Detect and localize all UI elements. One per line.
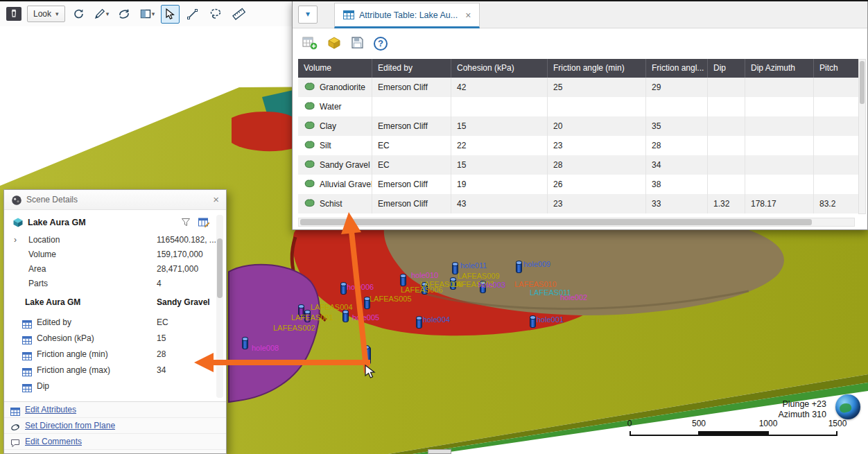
drillhole-marker[interactable] <box>340 283 347 295</box>
drillhole-marker[interactable] <box>530 317 536 328</box>
table-cell[interactable]: Emerson Cliff <box>372 194 451 213</box>
select-tool-button[interactable] <box>161 5 180 24</box>
table-cell[interactable] <box>745 97 814 116</box>
table-cell[interactable] <box>708 136 745 155</box>
tab-attribute-table[interactable]: Attribute Table: Lake Au... × <box>334 3 480 28</box>
column-header[interactable]: Volume <box>298 59 372 78</box>
compass-ball[interactable] <box>835 394 860 419</box>
drillhole-marker[interactable] <box>242 338 248 349</box>
table-cell[interactable] <box>708 116 745 136</box>
volume-cell[interactable]: Silt <box>298 136 372 155</box>
table-cell[interactable]: 178.17 <box>745 194 814 213</box>
attribute-row[interactable]: Friction angle (min)28 <box>4 347 218 363</box>
attribute-row[interactable]: Edited byEC <box>4 315 218 331</box>
table-row[interactable]: Water <box>298 97 860 116</box>
volume-cell[interactable]: Alluvial Gravel <box>298 175 372 194</box>
table-row[interactable]: GranodioriteEmerson Cliff422529 <box>298 78 860 97</box>
table-cell[interactable]: 20 <box>548 116 646 136</box>
volume-cell[interactable]: Schist <box>298 194 372 213</box>
table-cell[interactable]: 26 <box>548 175 646 194</box>
moving-plane-button[interactable] <box>115 5 134 24</box>
table-cell[interactable] <box>745 136 814 155</box>
table-cell[interactable] <box>814 155 860 175</box>
look-dropdown[interactable]: Look ▾ <box>27 6 65 22</box>
drillhole-marker[interactable] <box>363 347 371 365</box>
scrollbar-thumb[interactable] <box>300 219 812 225</box>
save-button[interactable] <box>351 36 364 51</box>
table-cell[interactable] <box>708 97 745 116</box>
draw-plane-button[interactable]: ▾ <box>92 5 111 24</box>
attribute-row[interactable]: Cohesion (kPa)15 <box>4 331 218 347</box>
table-cell[interactable]: Emerson Cliff <box>372 78 451 97</box>
table-cell[interactable] <box>814 116 860 136</box>
table-cell[interactable]: 43 <box>451 194 548 213</box>
table-cell[interactable] <box>708 175 745 194</box>
edit-table-icon[interactable] <box>198 218 209 229</box>
column-header[interactable]: Friction angle (min) <box>548 59 646 78</box>
table-cell[interactable]: 38 <box>646 175 708 194</box>
table-cell[interactable] <box>745 155 814 175</box>
table-cell[interactable]: Emerson Cliff <box>372 116 451 136</box>
column-header[interactable]: Dip Azimuth <box>745 59 814 78</box>
table-cell[interactable]: EC <box>372 155 451 175</box>
table-cell[interactable]: 19 <box>451 175 548 194</box>
table-cell[interactable] <box>372 97 451 116</box>
table-row[interactable]: SchistEmerson Cliff4323331.32178.1783.2 <box>298 194 860 213</box>
table-cell[interactable]: 23 <box>548 194 646 213</box>
table-row[interactable]: Sandy GravelEC152834 <box>298 155 860 175</box>
selected-object-header[interactable]: Lake Aura GM <box>4 214 226 232</box>
table-cell[interactable]: 15 <box>451 116 548 136</box>
table-cell[interactable] <box>745 175 814 194</box>
drillhole-marker[interactable] <box>400 275 406 286</box>
volume-cell[interactable]: Clay <box>298 116 372 136</box>
table-row[interactable]: Alluvial GravelEmerson Cliff192638 <box>298 175 860 194</box>
new-attribute-button[interactable] <box>302 36 318 52</box>
edit-attributes-link[interactable]: Edit Attributes <box>4 402 226 418</box>
table-cell[interactable] <box>451 97 548 116</box>
table-cell[interactable]: 83.2 <box>814 194 860 213</box>
table-cell[interactable] <box>814 97 860 116</box>
volume-cell[interactable]: Sandy Gravel <box>298 155 372 175</box>
property-row[interactable]: › Location 1165400.182, ... <box>4 233 218 247</box>
table-cell[interactable] <box>745 116 814 136</box>
volume-cell[interactable]: Water <box>298 97 372 116</box>
scrollbar-thumb[interactable] <box>217 238 223 298</box>
link-label[interactable]: Edit Comments <box>25 437 82 446</box>
drillhole-marker[interactable] <box>342 311 349 322</box>
table-cell[interactable]: 28 <box>548 155 646 175</box>
table-cell[interactable] <box>745 78 814 97</box>
table-cell[interactable]: 34 <box>646 155 708 175</box>
table-cell[interactable]: 33 <box>646 194 708 213</box>
drillhole-marker[interactable] <box>516 262 522 273</box>
set-direction-link[interactable]: Set Direction from Plane <box>4 418 226 434</box>
table-cell[interactable]: 23 <box>548 136 646 155</box>
table-cell[interactable]: 28 <box>646 136 708 155</box>
table-cell[interactable] <box>814 136 860 155</box>
ruler-button[interactable] <box>229 5 248 24</box>
tab-list-dropdown[interactable]: ▾ <box>298 6 318 24</box>
clear-scene-button[interactable] <box>4 5 23 24</box>
table-cell[interactable]: EC <box>372 136 451 155</box>
lasso-select-button[interactable] <box>207 5 225 24</box>
close-icon[interactable]: × <box>213 193 219 205</box>
table-cell[interactable]: 22 <box>451 136 548 155</box>
table-row[interactable]: SiltEC222328 <box>298 136 860 155</box>
drillhole-marker[interactable] <box>416 317 422 329</box>
table-cell[interactable]: 25 <box>548 78 646 97</box>
table-cell[interactable] <box>708 155 745 175</box>
table-cell[interactable] <box>814 175 860 194</box>
table-cell[interactable]: 42 <box>451 78 548 97</box>
table-cell[interactable] <box>548 97 646 116</box>
table-cell[interactable] <box>814 78 860 97</box>
link-label[interactable]: Edit Attributes <box>25 405 76 414</box>
link-label[interactable]: Set Direction from Plane <box>25 421 115 430</box>
column-header[interactable]: Dip <box>708 59 745 78</box>
draw-line-button[interactable] <box>184 5 202 24</box>
expand-arrow-icon[interactable]: › <box>14 233 17 247</box>
attribute-row[interactable]: Dip <box>4 378 218 394</box>
scrollbar-thumb[interactable] <box>860 61 865 104</box>
edit-comments-link[interactable]: Edit Comments <box>4 434 226 450</box>
vertical-scrollbar[interactable] <box>216 215 223 398</box>
table-cell[interactable] <box>708 78 745 97</box>
volume-cell[interactable]: Granodiorite <box>298 78 372 97</box>
